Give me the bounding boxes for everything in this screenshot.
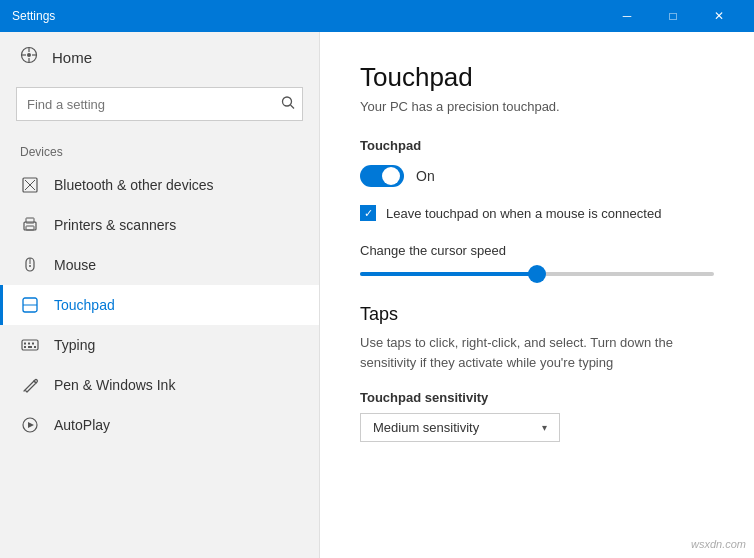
bluetooth-icon <box>20 176 40 194</box>
svg-point-6 <box>283 97 292 106</box>
search-icon <box>281 96 295 110</box>
sidebar-item-pen[interactable]: Pen & Windows Ink <box>0 365 319 405</box>
printers-label: Printers & scanners <box>54 217 176 233</box>
svg-rect-25 <box>34 346 36 348</box>
close-button[interactable]: ✕ <box>696 0 742 32</box>
autoplay-label: AutoPlay <box>54 417 110 433</box>
page-subtitle: Your PC has a precision touchpad. <box>360 99 714 114</box>
svg-rect-24 <box>28 346 32 348</box>
svg-rect-20 <box>24 343 26 345</box>
taps-title: Taps <box>360 304 714 325</box>
svg-rect-21 <box>28 343 30 345</box>
leave-on-label: Leave touchpad on when a mouse is connec… <box>386 206 661 221</box>
svg-rect-23 <box>24 346 26 348</box>
sidebar-item-typing[interactable]: Typing <box>0 325 319 365</box>
svg-point-1 <box>27 53 31 57</box>
slider-thumb[interactable] <box>528 265 546 283</box>
touchpad-label: Touchpad <box>54 297 115 313</box>
touchpad-icon <box>20 296 40 314</box>
toggle-label: On <box>416 168 435 184</box>
home-label: Home <box>52 49 92 66</box>
title-bar: Settings ─ □ ✕ <box>0 0 754 32</box>
window-controls: ─ □ ✕ <box>604 0 742 32</box>
typing-label: Typing <box>54 337 95 353</box>
maximize-button[interactable]: □ <box>650 0 696 32</box>
sensitivity-value: Medium sensitivity <box>373 420 479 435</box>
printer-icon <box>20 216 40 234</box>
mouse-icon <box>20 256 40 274</box>
devices-section-label: Devices <box>0 137 319 165</box>
sensitivity-section-label: Touchpad sensitivity <box>360 390 714 405</box>
cursor-speed-slider-container <box>360 272 714 276</box>
sensitivity-dropdown[interactable]: Medium sensitivity ▾ <box>360 413 560 442</box>
slider-track[interactable] <box>360 272 714 276</box>
pen-icon <box>20 376 40 394</box>
autoplay-icon <box>20 416 40 434</box>
watermark: wsxdn.com <box>691 538 746 550</box>
settings-window: Settings ─ □ ✕ <box>0 0 754 558</box>
pen-label: Pen & Windows Ink <box>54 377 175 393</box>
toggle-knob <box>382 167 400 185</box>
touchpad-section-label: Touchpad <box>360 138 714 153</box>
sidebar-item-bluetooth[interactable]: Bluetooth & other devices <box>0 165 319 205</box>
search-icon-button[interactable] <box>281 96 295 113</box>
page-title: Touchpad <box>360 62 714 93</box>
sidebar-item-autoplay[interactable]: AutoPlay <box>0 405 319 445</box>
touchpad-toggle-row: On <box>360 165 714 187</box>
taps-description: Use taps to click, right-click, and sele… <box>360 333 714 372</box>
svg-line-7 <box>291 105 295 109</box>
checkmark-icon: ✓ <box>364 208 373 219</box>
typing-icon <box>20 336 40 354</box>
svg-rect-12 <box>26 226 34 230</box>
sidebar-item-touchpad[interactable]: Touchpad <box>0 285 319 325</box>
leave-on-checkbox-row: ✓ Leave touchpad on when a mouse is conn… <box>360 205 714 221</box>
sidebar-item-home[interactable]: Home <box>0 32 319 83</box>
sidebar: Home Devices <box>0 32 320 558</box>
mouse-label: Mouse <box>54 257 96 273</box>
sidebar-item-mouse[interactable]: Mouse <box>0 245 319 285</box>
svg-rect-22 <box>32 343 34 345</box>
svg-rect-19 <box>22 340 38 350</box>
svg-marker-27 <box>28 422 34 428</box>
sidebar-item-printers[interactable]: Printers & scanners <box>0 205 319 245</box>
touchpad-toggle[interactable] <box>360 165 404 187</box>
search-input[interactable] <box>16 87 303 121</box>
main-content: Touchpad Your PC has a precision touchpa… <box>320 32 754 558</box>
leave-on-checkbox[interactable]: ✓ <box>360 205 376 221</box>
dropdown-arrow-icon: ▾ <box>542 422 547 433</box>
search-box <box>16 87 303 121</box>
slider-fill <box>360 272 537 276</box>
slider-section-label: Change the cursor speed <box>360 243 714 258</box>
content-area: Home Devices <box>0 32 754 558</box>
svg-point-16 <box>29 265 31 267</box>
home-icon <box>20 46 38 69</box>
minimize-button[interactable]: ─ <box>604 0 650 32</box>
bluetooth-label: Bluetooth & other devices <box>54 177 214 193</box>
window-title: Settings <box>12 9 55 23</box>
